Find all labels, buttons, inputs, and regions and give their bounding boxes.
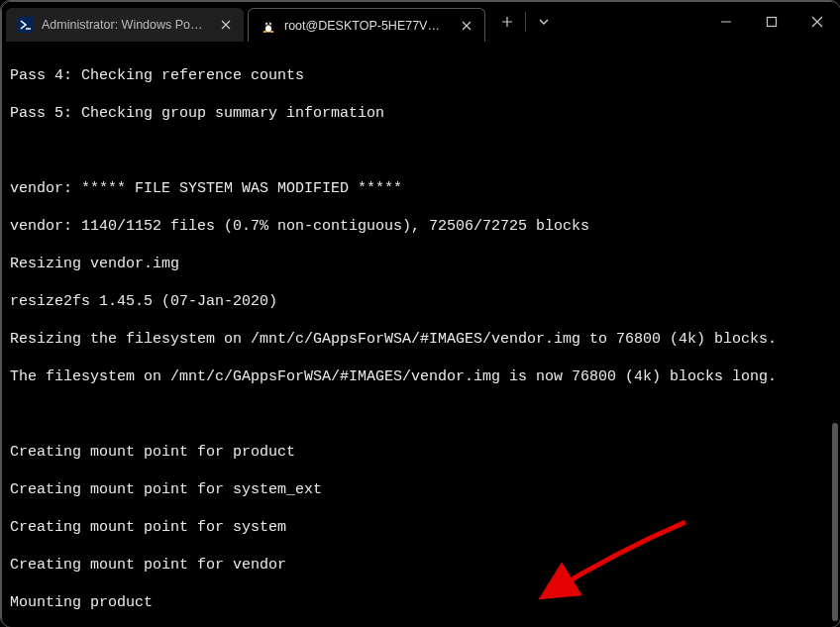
tab-linux-root[interactable]: root@DESKTOP-5HE77VO: /mn bbox=[248, 8, 485, 42]
output-line: Resizing vendor.img bbox=[10, 255, 836, 273]
svg-rect-9 bbox=[768, 18, 777, 27]
svg-point-5 bbox=[266, 23, 267, 24]
output-line: Pass 5: Checking group summary informati… bbox=[10, 104, 836, 123]
output-line bbox=[10, 142, 836, 160]
svg-point-8 bbox=[270, 31, 274, 33]
close-icon[interactable] bbox=[459, 18, 474, 34]
tab-label: root@DESKTOP-5HE77VO: /mn bbox=[284, 19, 449, 33]
new-tab-button[interactable] bbox=[491, 6, 523, 38]
tab-strip: Administrator: Windows PowerS bbox=[2, 2, 485, 42]
title-bar: Administrator: Windows PowerS bbox=[2, 2, 840, 42]
svg-point-6 bbox=[269, 23, 270, 24]
output-line: The filesystem on /mnt/c/GAppsForWSA/#IM… bbox=[10, 367, 836, 386]
tab-actions bbox=[491, 2, 560, 42]
output-line: Resizing the filesystem on /mnt/c/GAppsF… bbox=[10, 330, 836, 349]
output-line bbox=[10, 405, 836, 424]
vertical-scrollbar[interactable] bbox=[832, 423, 838, 621]
close-icon[interactable] bbox=[218, 17, 234, 33]
titlebar-drag-region[interactable] bbox=[560, 2, 703, 42]
window-controls bbox=[703, 2, 840, 42]
output-line: Creating mount point for vendor bbox=[10, 556, 836, 575]
svg-point-7 bbox=[263, 31, 267, 33]
output-line: Creating mount point for system_ext bbox=[10, 480, 836, 499]
output-line: Pass 4: Checking reference counts bbox=[10, 66, 836, 85]
output-line: resize2fs 1.45.5 (07-Jan-2020) bbox=[10, 292, 836, 311]
tab-powershell[interactable]: Administrator: Windows PowerS bbox=[6, 8, 244, 42]
tab-dropdown-button[interactable] bbox=[528, 6, 560, 38]
output-line: Creating mount point for system bbox=[10, 518, 836, 537]
output-line: vendor: ***** FILE SYSTEM WAS MODIFIED *… bbox=[10, 179, 836, 198]
terminal-output[interactable]: Pass 4: Checking reference counts Pass 5… bbox=[2, 42, 840, 627]
maximize-button[interactable] bbox=[749, 2, 794, 42]
tab-label: Administrator: Windows PowerS bbox=[42, 18, 208, 32]
divider bbox=[525, 12, 526, 32]
output-line: Mounting product bbox=[10, 593, 836, 612]
tux-icon bbox=[261, 18, 276, 34]
powershell-icon bbox=[18, 17, 34, 33]
output-line: Creating mount point for product bbox=[10, 443, 836, 462]
close-window-button[interactable] bbox=[794, 2, 840, 42]
minimize-button[interactable] bbox=[703, 2, 749, 42]
output-line: vendor: 1140/1152 files (0.7% non-contig… bbox=[10, 217, 836, 236]
